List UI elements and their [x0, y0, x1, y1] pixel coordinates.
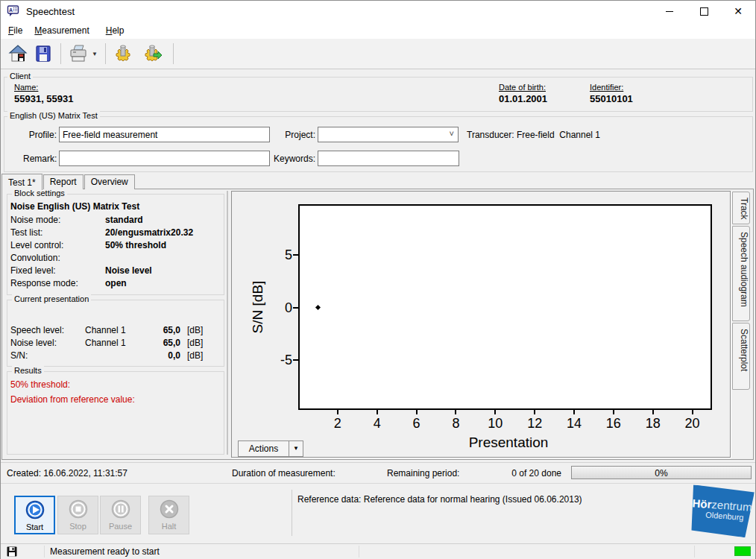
toolbar-separator: [105, 43, 106, 64]
actions-button-label: Actions: [239, 441, 289, 456]
tab-test1[interactable]: Test 1*: [1, 174, 42, 190]
results-legend: Results: [12, 366, 44, 375]
x-tick-label: 16: [597, 416, 630, 432]
minimize-button[interactable]: [652, 1, 687, 22]
setting-label: Response mode:: [10, 278, 78, 288]
status-bar: Measurement ready to start: [1, 543, 755, 559]
x-tick-label: 18: [637, 416, 670, 432]
matrix-test-group: English (US) Matrix Test Profile: Projec…: [4, 116, 753, 172]
measurement-settings-button[interactable]: [110, 41, 136, 66]
keywords-label: Keywords:: [271, 154, 315, 164]
start-button[interactable]: Start: [14, 496, 55, 534]
level-label: Noise level:: [10, 338, 57, 348]
project-select-value: [318, 130, 321, 140]
close-icon: ✕: [734, 5, 743, 17]
hoerzentrum-logo: Hörzentrum Oldenburg: [689, 484, 755, 538]
y-tick-mark: [293, 359, 298, 361]
level-label: S/N:: [10, 350, 28, 361]
actions-button[interactable]: Actions ▼: [238, 440, 303, 457]
remark-input[interactable]: [59, 151, 270, 166]
pause-button: Pause: [100, 496, 141, 534]
created-timestamp: Created: 16.06.2022, 11:31:57: [7, 468, 127, 479]
start-button-label: Start: [16, 522, 54, 531]
project-label: Project:: [280, 130, 315, 140]
menu-help[interactable]: Help: [101, 23, 129, 38]
level-value: 0,0: [127, 350, 180, 361]
level-value: 65,0: [127, 325, 180, 335]
x-tick-mark: [494, 410, 496, 414]
remaining-label: Remaining period:: [387, 468, 459, 479]
control-area: Start Stop Pause Halt: [1, 483, 755, 544]
svg-text:A: A: [9, 7, 13, 13]
setting-label: Fixed level:: [10, 265, 56, 276]
setting-value: standard: [105, 215, 143, 225]
keywords-input[interactable]: [318, 151, 459, 166]
progress-bar: 0%: [571, 466, 752, 479]
done-count: 0 of 20 done: [511, 468, 561, 479]
tab-overview[interactable]: Overview: [84, 174, 135, 189]
matrix-test-group-label: English (US) Matrix Test: [7, 111, 100, 120]
profile-input[interactable]: [59, 127, 270, 142]
x-tick-label: 14: [558, 416, 590, 432]
setting-label: Noise mode:: [10, 215, 60, 225]
setting-value: 50% threshold: [105, 240, 166, 250]
open-client-button[interactable]: [5, 41, 31, 66]
x-tick-label: 12: [518, 416, 551, 432]
pause-button-label: Pause: [101, 522, 140, 531]
tab-report[interactable]: Report: [43, 174, 84, 189]
current-presentation-group: Current presentation Speech level: Chann…: [7, 300, 224, 367]
panel-splitter[interactable]: [227, 191, 228, 455]
project-select[interactable]: ˅: [318, 127, 459, 142]
setting-label: Test list:: [10, 227, 42, 238]
menu-file[interactable]: File: [4, 23, 27, 38]
maximize-button[interactable]: [687, 1, 721, 22]
chevron-down-icon: ˅: [450, 129, 454, 138]
side-tab-scatterplot[interactable]: Scatterplot: [732, 323, 750, 390]
x-tick-mark: [692, 410, 693, 414]
print-dropdown-arrow[interactable]: ▼: [92, 51, 98, 57]
side-tab-track[interactable]: Track: [732, 192, 750, 224]
results-group: Results 50% threshold: Deviation from re…: [7, 371, 224, 455]
result-threshold-label: 50% threshold:: [10, 379, 70, 390]
x-tick-mark: [613, 410, 614, 414]
track-chart: S/N [dB] Presentation 246810121416182050…: [232, 192, 730, 457]
duration-label: Duration of measurement:: [232, 468, 336, 479]
x-tick-label: 4: [361, 416, 394, 432]
plot-area: [298, 204, 712, 410]
stop-icon: [69, 499, 88, 519]
window-title: Speechtest: [26, 6, 75, 17]
printer-icon: [69, 44, 88, 63]
x-tick-mark: [337, 410, 338, 414]
y-tick-label: 0: [259, 300, 292, 316]
print-button[interactable]: [66, 41, 91, 66]
save-status-icon: [7, 546, 17, 557]
x-tick-label: 2: [321, 416, 354, 432]
level-channel: Channel 1: [85, 338, 126, 348]
setting-value: open: [105, 278, 127, 288]
close-button[interactable]: ✕: [721, 1, 755, 22]
reference-data-text: Reference data: Reference data for norma…: [297, 494, 582, 505]
controls-separator: [292, 490, 292, 536]
transducer-label: Transducer:: [467, 130, 514, 140]
y-tick-mark: [293, 307, 298, 309]
client-name-value: 55931, 55931: [14, 93, 74, 104]
statusbar-separator: [359, 546, 359, 558]
block-settings-heading: Noise English (US) Matrix Test: [10, 201, 139, 212]
statusbar-separator: [694, 546, 695, 558]
side-tab-speech-audiogram[interactable]: Speech audiogram: [732, 226, 750, 321]
home-save-icon: [8, 44, 28, 63]
level-channel: Channel 1: [85, 325, 126, 335]
x-tick-mark: [652, 410, 654, 414]
measurement-export-button[interactable]: [140, 41, 166, 66]
ready-indicator: [734, 546, 751, 556]
toolbar-separator: [173, 43, 174, 64]
statusbar-separator: [44, 546, 45, 558]
actions-dropdown-arrow[interactable]: ▼: [289, 441, 303, 456]
save-button[interactable]: [31, 41, 56, 66]
halt-button-label: Halt: [149, 522, 189, 531]
halt-button: Halt: [148, 496, 189, 534]
menu-measurement[interactable]: Measurement: [30, 23, 93, 38]
level-unit: [dB]: [187, 338, 203, 348]
x-axis-label: Presentation: [430, 435, 587, 451]
remark-label: Remark:: [23, 154, 57, 164]
